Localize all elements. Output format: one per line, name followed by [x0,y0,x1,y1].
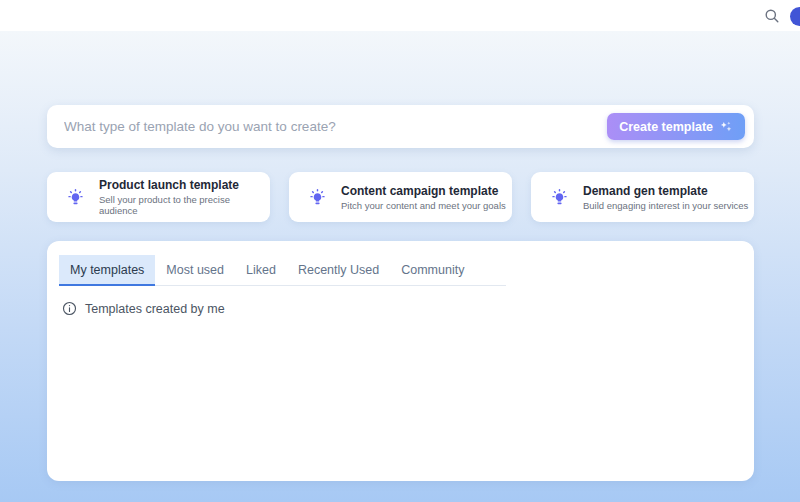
card-product-launch-template[interactable]: Product launch template Sell your produc… [47,172,270,222]
tab-community[interactable]: Community [390,255,475,286]
empty-state-row: Templates created by me [62,301,742,316]
tab-recently-used[interactable]: Recently Used [287,255,390,286]
search-icon[interactable] [764,8,780,24]
topbar [0,0,800,31]
card-title: Content campaign template [341,184,506,198]
card-title: Product launch template [99,178,270,192]
glowing-lightbulb-icon [549,187,570,208]
card-subtitle: Pitch your content and meet your goals [341,200,506,211]
create-template-button[interactable]: Create template [607,113,745,140]
tab-most-used[interactable]: Most used [155,255,235,286]
templates-tabs: My templates Most used Liked Recently Us… [59,255,506,286]
empty-state-message: Templates created by me [85,302,225,316]
glowing-lightbulb-icon [65,187,86,208]
card-subtitle: Sell your product to the precise audienc… [99,194,270,216]
info-icon [62,301,77,316]
glowing-lightbulb-icon [307,187,328,208]
template-prompt-card: Create template [47,105,754,148]
card-content-campaign-template[interactable]: Content campaign template Pitch your con… [289,172,512,222]
card-demand-gen-template[interactable]: Demand gen template Build engaging inter… [531,172,754,222]
sparkles-icon [719,120,733,134]
user-avatar[interactable] [790,7,800,26]
tab-my-templates[interactable]: My templates [59,255,155,286]
card-subtitle: Build engaging interest in your services [583,200,748,211]
templates-panel: My templates Most used Liked Recently Us… [47,241,754,481]
template-suggestions-row: Product launch template Sell your produc… [47,172,754,222]
card-title: Demand gen template [583,184,748,198]
tab-liked[interactable]: Liked [235,255,287,286]
create-template-label: Create template [619,120,713,134]
